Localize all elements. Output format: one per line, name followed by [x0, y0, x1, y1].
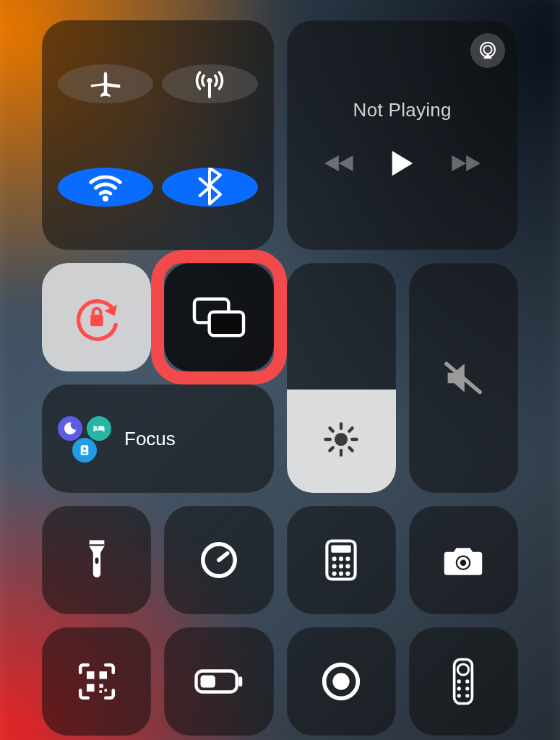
qr-scanner-button[interactable]: [42, 627, 151, 736]
now-playing-module[interactable]: Not Playing: [287, 20, 519, 250]
transport-controls: [324, 149, 481, 178]
svg-rect-29: [99, 684, 103, 688]
now-playing-status: Not Playing: [353, 99, 452, 121]
screen-mirroring-button[interactable]: [164, 263, 273, 371]
svg-point-21: [332, 572, 337, 576]
timer-icon: [199, 540, 239, 580]
focus-button[interactable]: Focus: [42, 384, 274, 493]
do-not-disturb-icon: [58, 416, 82, 441]
airplay-audio-button[interactable]: [470, 33, 505, 68]
rewind-button[interactable]: [324, 152, 356, 174]
svg-rect-6: [210, 312, 244, 336]
airplay-audio-icon: [477, 40, 499, 61]
svg-point-39: [457, 679, 461, 683]
focus-label: Focus: [124, 428, 176, 450]
sleep-icon: [87, 416, 111, 441]
svg-point-43: [457, 694, 461, 697]
svg-rect-33: [200, 676, 215, 688]
svg-point-22: [339, 572, 343, 576]
svg-point-1: [103, 195, 108, 201]
svg-rect-34: [238, 676, 242, 687]
forward-button[interactable]: [449, 152, 481, 174]
qr-code-icon: [77, 661, 117, 702]
svg-point-3: [483, 46, 491, 53]
svg-point-41: [457, 687, 461, 690]
svg-rect-27: [99, 671, 107, 679]
svg-rect-9: [81, 445, 89, 455]
screen-record-icon: [321, 661, 361, 702]
svg-point-15: [332, 556, 337, 561]
svg-point-8: [95, 426, 97, 429]
svg-point-19: [339, 564, 343, 568]
airplane-mode-toggle[interactable]: [58, 64, 153, 103]
calculator-button[interactable]: [287, 506, 396, 614]
sun-icon: [322, 421, 360, 458]
svg-rect-30: [104, 689, 107, 692]
brightness-slider[interactable]: [287, 263, 396, 493]
svg-point-17: [345, 556, 350, 561]
screen-mirroring-icon: [192, 296, 246, 338]
flashlight-icon: [82, 538, 112, 582]
svg-point-23: [345, 572, 350, 576]
svg-rect-11: [95, 558, 98, 564]
antenna-icon: [190, 64, 229, 103]
timer-button[interactable]: [164, 506, 273, 614]
control-center: Not Playing: [0, 0, 560, 740]
svg-rect-4: [90, 315, 103, 327]
svg-rect-26: [87, 671, 95, 679]
battery-low-power-icon: [194, 669, 244, 694]
svg-rect-31: [99, 690, 102, 693]
bluetooth-toggle[interactable]: [162, 168, 257, 207]
svg-point-7: [335, 433, 348, 446]
focus-mode-cluster: [58, 415, 111, 462]
svg-rect-37: [455, 659, 473, 703]
speaker-mute-icon: [442, 360, 484, 396]
low-power-mode-button[interactable]: [164, 627, 273, 736]
flashlight-button[interactable]: [42, 506, 151, 614]
wifi-toggle[interactable]: [58, 168, 153, 207]
camera-icon: [441, 543, 485, 577]
svg-point-10: [83, 447, 86, 450]
wifi-icon: [86, 168, 125, 207]
screen-record-button[interactable]: [287, 627, 396, 736]
play-button[interactable]: [389, 149, 415, 178]
svg-point-40: [466, 679, 470, 683]
bluetooth-icon: [195, 168, 224, 207]
calculator-icon: [324, 539, 358, 581]
svg-point-38: [458, 664, 469, 675]
airplane-icon: [86, 64, 125, 103]
svg-point-18: [332, 564, 337, 568]
connectivity-group[interactable]: [42, 20, 274, 250]
cellular-data-toggle[interactable]: [162, 64, 257, 103]
svg-point-42: [466, 687, 470, 690]
svg-point-16: [339, 556, 343, 561]
svg-point-36: [332, 673, 349, 689]
apple-tv-remote-button[interactable]: [409, 627, 518, 736]
tv-remote-icon: [452, 658, 475, 705]
work-focus-icon: [72, 438, 97, 462]
svg-rect-28: [87, 684, 95, 692]
rotation-lock-icon: [72, 292, 122, 343]
svg-point-44: [466, 694, 470, 697]
camera-button[interactable]: [409, 506, 518, 614]
volume-slider[interactable]: [409, 263, 518, 493]
svg-rect-14: [331, 546, 350, 553]
orientation-lock-toggle[interactable]: [42, 263, 151, 371]
svg-point-20: [345, 564, 350, 568]
